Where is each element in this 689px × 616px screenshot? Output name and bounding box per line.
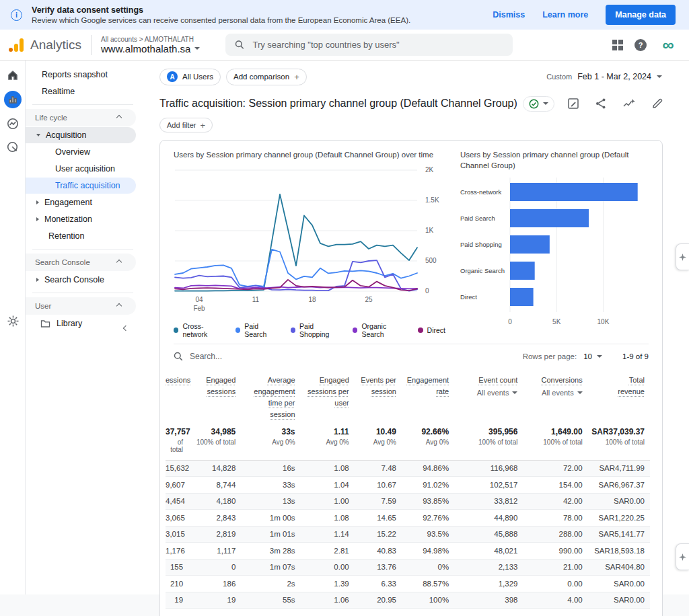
reports-icon[interactable]: [4, 91, 22, 108]
sidebar-item-engagement[interactable]: Engagement: [26, 194, 141, 210]
account-switcher[interactable]: All accounts > ALMOTHALATH www.almothala…: [101, 36, 200, 54]
sidebar-item-user-acquisition[interactable]: User acquisition: [26, 161, 141, 177]
date-type-label: Custom: [546, 73, 572, 81]
table-cell: 19: [166, 592, 188, 609]
nav-section-user[interactable]: User: [26, 297, 136, 315]
date-range-picker[interactable]: Custom Feb 1 - Mar 2, 2024: [546, 72, 662, 81]
breadcrumb: All accounts > ALMOTHALATH: [101, 36, 200, 43]
table-cell: 40.83: [355, 543, 402, 560]
table-toolbar: Rows per page: 10 1-9 of 9: [174, 344, 649, 369]
data-quality-badge[interactable]: [523, 96, 554, 112]
nav-section-life-cycle[interactable]: Life cycle: [26, 109, 136, 126]
rows-per-page-select[interactable]: 10: [583, 352, 602, 360]
sparkle-icon: [679, 254, 686, 261]
apps-grid-icon[interactable]: [612, 40, 623, 50]
chevron-up-icon: [116, 260, 122, 265]
legend-item-paid-search[interactable]: Paid Search: [235, 322, 281, 338]
column-header[interactable]: Engagement rate: [402, 369, 454, 427]
insights-panel-handle[interactable]: [676, 543, 689, 570]
customize-report-icon[interactable]: [567, 98, 579, 110]
table-cell: 1.04: [301, 477, 355, 494]
column-header[interactable]: Average engagement time per session: [241, 369, 300, 427]
column-header[interactable]: Event countAll events: [454, 369, 523, 427]
legend-item-direct[interactable]: Direct: [418, 326, 445, 334]
column-header[interactable]: Engaged sessions: [188, 369, 241, 427]
global-search[interactable]: [225, 34, 513, 56]
column-header[interactable]: Events per session: [355, 369, 402, 427]
metrics-table: essionsEngaged sessionsAverage engagemen…: [166, 369, 650, 609]
table-cell: 102,517: [454, 477, 523, 494]
help-icon[interactable]: ?: [634, 39, 647, 51]
all-users-chip[interactable]: A All Users: [159, 69, 221, 85]
table-row[interactable]: 2101862s1.396.3388.57%1,3290.00SAR0.00: [166, 576, 650, 592]
totals-value: 1.11: [301, 427, 349, 436]
dismiss-button[interactable]: Dismiss: [493, 10, 525, 20]
sidebar-item-traffic-acquisition[interactable]: Traffic acquisition: [26, 178, 136, 194]
column-header[interactable]: ConversionsAll events: [523, 369, 587, 427]
bar-chart[interactable]: 05K10KCross-networkPaid SearchPaid Shopp…: [460, 174, 649, 334]
totals-sublabel: Avg 0%: [301, 438, 349, 446]
search-icon: [174, 352, 183, 361]
sidebar-item-label: Traffic acquisition: [55, 181, 120, 190]
sidebar-item-reports-snapshot[interactable]: Reports snapshot: [26, 67, 141, 83]
table-row[interactable]: 3,0652,8431m 00s1.0814.6592.76%44,89078.…: [166, 510, 650, 527]
table-cell: 2,819: [188, 526, 241, 543]
column-header-label: Engaged sessions per user: [307, 376, 349, 407]
sidebar-item-search-console[interactable]: Search Console: [26, 272, 141, 288]
sidebar-item-monetization[interactable]: Monetization: [26, 211, 141, 227]
column-filter-select[interactable]: All events: [454, 387, 517, 399]
insights-icon[interactable]: [622, 98, 636, 110]
column-filter-label: All events: [542, 387, 574, 399]
table-search-input[interactable]: [190, 352, 324, 361]
table-cell: 1m 01s: [241, 526, 300, 543]
nav-section-search-console[interactable]: Search Console: [26, 254, 136, 271]
legend-item-paid-shopping[interactable]: Paid Shopping: [291, 322, 342, 338]
collapse-nav-button[interactable]: [121, 318, 131, 336]
sidebar-item-realtime[interactable]: Realtime: [26, 83, 141, 100]
search-input[interactable]: [252, 40, 503, 50]
pagination-range: 1-9 of 9: [622, 352, 649, 360]
table-row[interactable]: 15,63214,82816s1.087.4894.86%116,96872.0…: [166, 460, 650, 477]
add-comparison-chip[interactable]: Add comparison: [226, 69, 307, 85]
plus-icon: [200, 120, 205, 130]
table-row[interactable]: 3,0152,8191m 01s1.1415.2293.5%45,888288.…: [166, 526, 650, 543]
add-filter-label: Add filter: [167, 121, 196, 129]
content-area: A All Users Add comparison Custom Feb 1 …: [141, 61, 689, 594]
table-cell: 186: [188, 576, 241, 592]
insights-panel-handle[interactable]: [676, 243, 689, 270]
line-chart[interactable]: 2K1.5K1K500004Feb111825: [174, 163, 445, 319]
sidebar-item-retention[interactable]: Retention: [26, 228, 141, 244]
table-row[interactable]: 1,1761,1173m 28s2.8140.8394.98%48,021990…: [166, 543, 650, 560]
column-header[interactable]: Total revenue: [588, 369, 650, 427]
table-search[interactable]: [174, 352, 523, 361]
explore-icon[interactable]: [5, 116, 21, 132]
table-cell: 0.00: [301, 559, 355, 576]
column-header[interactable]: essions: [166, 369, 188, 427]
sidebar-item-acquisition[interactable]: Acquisition: [26, 127, 136, 143]
legend-item-organic-search[interactable]: Organic Search: [353, 322, 408, 338]
table-row[interactable]: 9,6078,74433s1.0410.6791.02%102,517154.0…: [166, 477, 650, 494]
sidebar-item-overview[interactable]: Overview: [26, 144, 141, 160]
table-cell: 33s: [241, 477, 300, 494]
learn-more-button[interactable]: Learn more: [542, 10, 588, 20]
table-row[interactable]: 4,4544,18013s1.007.5993.85%33,81242.00SA…: [166, 493, 650, 510]
table-row[interactable]: 191955s1.0620.95100%3984.00SAR0.00: [166, 592, 650, 609]
admin-gear-icon[interactable]: [5, 313, 21, 329]
avatar[interactable]: [658, 35, 678, 55]
sidebar-item-label: Realtime: [42, 87, 75, 96]
manage-data-button[interactable]: Manage data: [606, 5, 676, 25]
totals-cell: 10.49Avg 0%: [355, 427, 402, 461]
legend-item-cross-network[interactable]: Cross-network: [174, 322, 225, 338]
table-cell: 1.00: [301, 493, 355, 510]
table-row[interactable]: 15501m 07s0.0013.760%2,13321.00SAR404.80: [166, 559, 650, 576]
banner-text: Verify data consent settings Review whic…: [32, 5, 410, 24]
table-cell: 93.5%: [402, 526, 454, 543]
edit-pencil-icon[interactable]: [651, 98, 663, 110]
table-cell: 1.08: [301, 460, 355, 477]
column-filter-select[interactable]: All events: [523, 387, 582, 399]
column-header[interactable]: Engaged sessions per user: [301, 369, 355, 427]
advertising-icon[interactable]: [5, 139, 21, 155]
home-icon[interactable]: [5, 67, 21, 83]
share-icon[interactable]: [595, 98, 607, 110]
add-filter-chip[interactable]: Add filter: [159, 118, 213, 132]
